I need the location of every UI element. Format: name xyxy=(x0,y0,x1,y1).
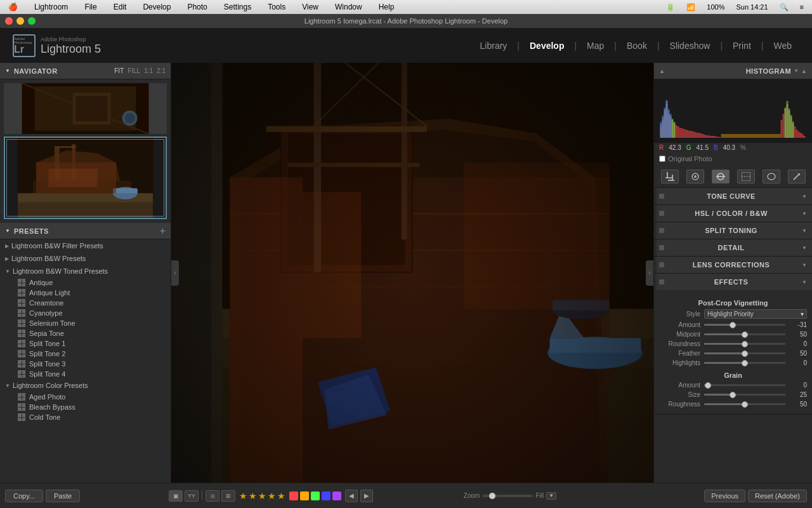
preset-creamtone[interactable]: Creamtone xyxy=(0,298,171,308)
star-4[interactable]: ★ xyxy=(268,491,276,501)
radial-filter-tool[interactable] xyxy=(763,170,780,184)
2to1-control[interactable]: 2:1 xyxy=(157,67,166,74)
preset-cold-tone[interactable]: Cold Tone xyxy=(0,412,171,422)
grain-amount-thumb[interactable] xyxy=(705,382,711,389)
midpoint-thumb[interactable] xyxy=(742,331,748,338)
grain-roughness-slider[interactable] xyxy=(704,403,785,405)
zoom-slider[interactable] xyxy=(482,495,533,497)
preset-selenium-tone[interactable]: Selenium Tone xyxy=(0,318,171,328)
copy-button[interactable]: Copy... xyxy=(5,490,43,502)
color-red[interactable] xyxy=(289,491,298,500)
yy-view-btn[interactable]: YY xyxy=(185,490,199,502)
adjustment-brush-tool[interactable] xyxy=(788,170,806,184)
navigator-header[interactable]: ▼ Navigator FIT FILL 1:1 2:1 xyxy=(0,63,171,79)
collapse-right-panel[interactable]: › xyxy=(646,260,653,286)
preset-sepia-tone[interactable]: Sepia Tone xyxy=(0,328,171,338)
tab-print[interactable]: Print xyxy=(725,38,759,53)
fit-control[interactable]: FIT xyxy=(114,67,124,74)
tab-map[interactable]: Map xyxy=(579,38,612,53)
menu-settings[interactable]: Settings xyxy=(221,2,254,12)
menu-view[interactable]: View xyxy=(299,2,322,12)
zoom-thumb[interactable] xyxy=(489,493,495,499)
reset-button[interactable]: Reset (Adobe) xyxy=(748,490,807,502)
single-view-btn[interactable]: ▣ xyxy=(169,490,183,502)
grain-size-thumb[interactable] xyxy=(730,392,736,398)
grain-roughness-thumb[interactable] xyxy=(742,401,748,408)
roundness-thumb[interactable] xyxy=(742,341,748,347)
presets-header[interactable]: ▼ Presets + xyxy=(0,223,171,239)
split-toning-header[interactable]: Split Toning ▼ xyxy=(654,222,812,239)
original-photo-checkbox[interactable] xyxy=(659,156,665,162)
prev-arrow[interactable]: ◀ xyxy=(345,490,358,502)
midpoint-slider[interactable] xyxy=(704,333,785,335)
menu-photo[interactable]: Photo xyxy=(184,2,210,12)
preset-split-tone-4[interactable]: Split Tone 4 xyxy=(0,369,171,379)
hist-right-btn[interactable]: ▲ xyxy=(801,68,807,74)
color-purple[interactable] xyxy=(332,491,341,500)
preset-antique-light[interactable]: Antique Light xyxy=(0,288,171,298)
preset-group-bw-filter[interactable]: ▶ Lightroom B&W Filter Presets xyxy=(0,239,171,252)
preset-bleach-bypass[interactable]: Bleach Bypass xyxy=(0,402,171,412)
star-3[interactable]: ★ xyxy=(258,491,266,501)
close-button[interactable] xyxy=(5,17,13,25)
preset-split-tone-2[interactable]: Split Tone 2 xyxy=(0,349,171,359)
minimize-button[interactable] xyxy=(16,17,24,25)
amount-thumb[interactable] xyxy=(730,322,736,328)
spot-removal-tool[interactable] xyxy=(686,170,704,184)
tab-library[interactable]: Library xyxy=(473,38,515,53)
add-preset-button[interactable]: + xyxy=(160,225,166,237)
apple-menu[interactable]: 🍎 xyxy=(5,2,21,12)
amount-slider[interactable] xyxy=(704,324,785,326)
red-eye-tool[interactable] xyxy=(712,170,730,184)
highlights-slider[interactable] xyxy=(704,362,785,364)
star-rating[interactable]: ★ ★ ★ ★ ★ xyxy=(239,491,285,501)
color-green[interactable] xyxy=(311,491,320,500)
roundness-slider[interactable] xyxy=(704,343,785,345)
feather-slider[interactable] xyxy=(704,352,785,354)
color-blue[interactable] xyxy=(322,491,331,500)
tab-book[interactable]: Book xyxy=(619,38,655,53)
preset-cyanotype[interactable]: Cyanotype xyxy=(0,308,171,318)
grid-view-btn[interactable]: ▣ xyxy=(206,490,219,502)
collapse-left-panel[interactable]: ‹ xyxy=(171,260,179,286)
maximize-button[interactable] xyxy=(28,17,36,25)
previous-button[interactable]: Previous xyxy=(704,490,745,502)
fill-control[interactable]: FILL xyxy=(128,67,140,74)
effects-header[interactable]: Effects ▼ xyxy=(654,274,812,290)
tab-web[interactable]: Web xyxy=(766,38,799,53)
paste-button[interactable]: Paste xyxy=(46,490,80,502)
menu-develop[interactable]: Develop xyxy=(140,2,174,12)
zoom-dropdown-btn[interactable]: ▼ xyxy=(546,492,556,500)
preset-split-tone-1[interactable]: Split Tone 1 xyxy=(0,338,171,349)
tab-slideshow[interactable]: Slideshow xyxy=(662,38,718,53)
lens-corrections-header[interactable]: Lens Corrections ▼ xyxy=(654,257,812,273)
menu-window[interactable]: Window xyxy=(332,2,365,12)
menu-tools[interactable]: Tools xyxy=(265,2,289,12)
preset-group-bw-toned[interactable]: ▼ Lightroom B&W Toned Presets xyxy=(0,265,171,277)
star-1[interactable]: ★ xyxy=(239,491,247,501)
menu-help[interactable]: Help xyxy=(376,2,398,12)
preset-antique[interactable]: Antique xyxy=(0,277,171,288)
grain-size-slider[interactable] xyxy=(704,394,785,396)
tab-develop[interactable]: Develop xyxy=(522,38,572,53)
grain-amount-slider[interactable] xyxy=(704,384,785,386)
detail-header[interactable]: Detail ▼ xyxy=(654,239,812,256)
star-5[interactable]: ★ xyxy=(277,491,285,501)
highlights-thumb[interactable] xyxy=(742,360,748,366)
color-yellow[interactable] xyxy=(300,491,309,500)
crop-tool[interactable] xyxy=(661,170,679,184)
hsl-header[interactable]: HSL / Color / B&W ▼ xyxy=(654,205,812,222)
menu-edit[interactable]: Edit xyxy=(110,2,130,12)
menu-file[interactable]: File xyxy=(81,2,100,12)
loupe-view-btn[interactable]: ⊞ xyxy=(221,490,235,502)
graduated-filter-tool[interactable] xyxy=(737,170,755,184)
preset-group-bw[interactable]: ▶ Lightroom B&W Presets xyxy=(0,252,171,265)
preset-aged-photo[interactable]: Aged Photo xyxy=(0,392,171,402)
preset-group-color[interactable]: ▼ Lightroom Color Presets xyxy=(0,379,171,392)
tone-curve-header[interactable]: Tone Curve ▼ xyxy=(654,188,812,204)
style-dropdown[interactable]: Highlight Priority ▾ xyxy=(704,309,807,319)
preset-split-tone-3[interactable]: Split Tone 3 xyxy=(0,359,171,369)
next-arrow[interactable]: ▶ xyxy=(360,490,373,502)
1to1-control[interactable]: 1:1 xyxy=(144,67,153,74)
feather-thumb[interactable] xyxy=(742,351,748,357)
